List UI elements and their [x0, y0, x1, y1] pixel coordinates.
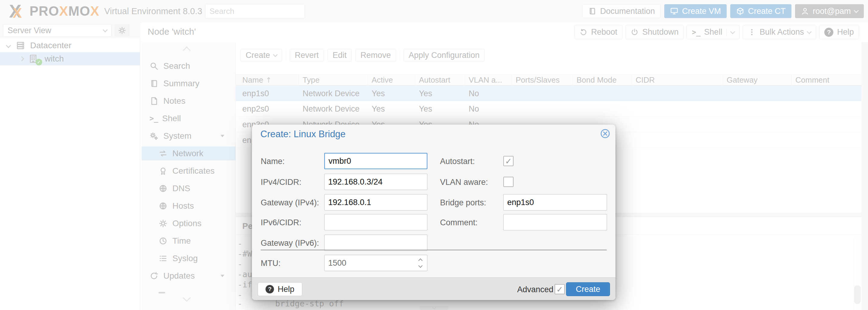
- ipv6-label: IPv6/CIDR:: [261, 218, 301, 227]
- ipv6-input[interactable]: [324, 214, 427, 230]
- dialog-title: Create: Linux Bridge: [260, 129, 346, 140]
- create-linux-bridge-dialog: Create: Linux Bridge Name: IPv4/CIDR: Ga…: [252, 124, 615, 300]
- name-input[interactable]: [324, 153, 427, 169]
- gateway4-input[interactable]: [324, 194, 427, 210]
- comment-label: Comment:: [440, 218, 478, 227]
- gateway6-label: Gateway (IPv6):: [261, 238, 319, 248]
- bridge-ports-input[interactable]: [503, 194, 607, 210]
- ipv4-input[interactable]: [324, 174, 427, 190]
- spin-down-icon[interactable]: [418, 263, 423, 267]
- gateway4-label: Gateway (IPv4):: [261, 198, 319, 207]
- question-icon: ?: [266, 285, 274, 293]
- spin-up-icon[interactable]: [418, 258, 423, 262]
- gateway6-field: [324, 235, 427, 251]
- ipv6-field: [324, 214, 427, 230]
- bridge-ports-label: Bridge ports:: [440, 198, 486, 207]
- dialog-footer: ? Help Advanced ✓ Create: [252, 277, 615, 300]
- vlan-aware-label: VLAN aware:: [440, 178, 488, 187]
- gateway6-input[interactable]: [324, 235, 427, 251]
- ipv4-field: [324, 174, 427, 190]
- advanced-separator: [261, 250, 607, 250]
- dialog-create-button[interactable]: Create: [566, 282, 610, 296]
- mtu-input[interactable]: [324, 255, 427, 271]
- vlan-aware-checkbox[interactable]: [503, 177, 514, 187]
- advanced-label: Advanced: [517, 285, 553, 294]
- name-label: Name:: [261, 157, 285, 166]
- close-icon[interactable]: [600, 128, 611, 139]
- name-field: [324, 153, 427, 169]
- autostart-label: Autostart:: [440, 157, 475, 166]
- proxmox-app: X X PROXMOX Virtual Environment 8.0.3 Do…: [0, 0, 868, 310]
- gateway4-field: [324, 194, 427, 210]
- comment-input[interactable]: [503, 214, 607, 230]
- dialog-help-button[interactable]: ? Help: [258, 282, 302, 296]
- bridge-ports-field: [503, 194, 607, 210]
- ipv4-label: IPv4/CIDR:: [261, 178, 301, 187]
- mtu-spinner[interactable]: [415, 256, 426, 270]
- mtu-label: MTU:: [261, 259, 281, 268]
- advanced-checkbox[interactable]: ✓: [555, 284, 565, 294]
- autostart-checkbox[interactable]: ✓: [503, 156, 514, 166]
- mtu-field: [324, 255, 427, 271]
- comment-field: [503, 214, 607, 230]
